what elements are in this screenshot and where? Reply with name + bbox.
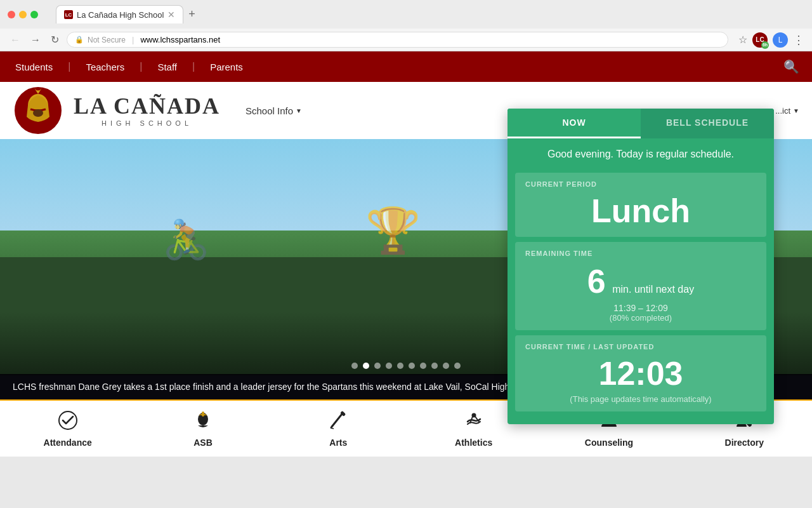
separator: | bbox=[132, 35, 134, 44]
nav-students[interactable]: Students bbox=[13, 54, 55, 80]
close-button[interactable] bbox=[8, 11, 15, 18]
counseling-label: Counseling bbox=[585, 438, 633, 448]
back-button[interactable]: ← bbox=[8, 32, 23, 48]
browser-titlebar: LC La Cañada High School ✕ + bbox=[0, 0, 812, 29]
directory-label: Directory bbox=[725, 438, 764, 448]
athletics-icon bbox=[464, 410, 484, 435]
browser-tab[interactable]: LC La Cañada High School ✕ bbox=[56, 5, 183, 23]
tab-bell-schedule[interactable]: BELL SCHEDULE bbox=[641, 109, 774, 138]
new-tab-button[interactable]: + bbox=[183, 5, 200, 23]
athletics-label: Athletics bbox=[455, 438, 492, 448]
address-bar: ← → ↻ 🔒 Not Secure | www.lchsspartans.ne… bbox=[0, 29, 812, 51]
remaining-text: min. until next day bbox=[612, 284, 694, 295]
svg-line-6 bbox=[332, 414, 342, 427]
user-account-icon[interactable]: L bbox=[773, 32, 788, 48]
bell-tabs: NOW BELL SCHEDULE bbox=[508, 109, 774, 138]
svg-point-2 bbox=[33, 109, 43, 117]
hero-winner: 🏆 bbox=[365, 204, 421, 257]
current-time-value: 12:03 bbox=[525, 356, 756, 392]
maximize-button[interactable] bbox=[30, 11, 38, 18]
nav-attendance[interactable]: Attendance bbox=[0, 401, 135, 457]
extension-icon[interactable]: LC 6h bbox=[752, 32, 768, 48]
header-nav: School Info ▼ bbox=[246, 105, 302, 116]
bell-greeting: Good evening. Today is regular schedule. bbox=[508, 138, 774, 170]
browser-menu-button[interactable]: ⋮ bbox=[793, 33, 804, 47]
url-text: www.lchsspartans.net bbox=[140, 35, 220, 44]
address-input[interactable]: 🔒 Not Secure | www.lchsspartans.net bbox=[67, 32, 728, 48]
logo-area: LA CAÑADA HIGH SCHOOL bbox=[13, 85, 220, 136]
current-time-label: CURRENT TIME / LAST UPDATED bbox=[525, 343, 756, 351]
remaining-label: REMAINING TIME bbox=[525, 250, 756, 257]
asb-icon bbox=[193, 410, 213, 435]
auto-update-label: (This page updates time automatically) bbox=[525, 394, 756, 404]
bell-schedule-modal[interactable]: NOW BELL SCHEDULE Good evening. Today is… bbox=[508, 109, 774, 424]
district-dropdown-icon: ▼ bbox=[793, 107, 799, 114]
school-name: LA CAÑADA HIGH SCHOOL bbox=[74, 94, 220, 127]
bookmark-icon[interactable]: ☆ bbox=[738, 34, 747, 46]
time-range: 11:39 – 12:09 bbox=[525, 303, 756, 313]
minimize-button[interactable] bbox=[19, 11, 27, 18]
nav-asb[interactable]: ASB bbox=[135, 401, 270, 457]
asb-label: ASB bbox=[193, 438, 213, 448]
arts-label: Arts bbox=[329, 438, 347, 448]
progress-label: (80% completed) bbox=[525, 313, 756, 323]
school-name-main: LA CAÑADA bbox=[74, 94, 220, 119]
header-nav-right: ...ict ▼ bbox=[775, 106, 799, 116]
nav-arts[interactable]: Arts bbox=[271, 401, 406, 457]
dot-9[interactable] bbox=[443, 363, 449, 369]
nav-teachers[interactable]: Teachers bbox=[83, 54, 127, 80]
dot-4[interactable] bbox=[386, 363, 392, 369]
nav-school-info[interactable]: School Info ▼ bbox=[246, 105, 302, 116]
ext-badge: 6h bbox=[761, 41, 769, 49]
attendance-icon bbox=[58, 410, 78, 435]
search-icon[interactable]: 🔍 bbox=[783, 59, 799, 74]
hero-scene: 🚴 bbox=[162, 217, 210, 262]
remaining-value: 6 min. until next day bbox=[525, 262, 756, 300]
current-period-section: CURRENT PERIOD Lunch bbox=[515, 173, 766, 237]
top-navigation: Students | Teachers | Staff | Parents 🔍 bbox=[0, 51, 812, 82]
forward-button[interactable]: → bbox=[28, 32, 43, 48]
arts-icon bbox=[328, 410, 348, 435]
remaining-minutes: 6 bbox=[587, 263, 606, 300]
dot-5[interactable] bbox=[397, 363, 403, 369]
nav-sep-1: | bbox=[68, 61, 70, 72]
tab-now[interactable]: NOW bbox=[508, 109, 641, 138]
slide-dots bbox=[351, 363, 461, 369]
school-logo[interactable] bbox=[13, 85, 63, 136]
dot-8[interactable] bbox=[431, 363, 438, 369]
not-secure-label: Not Secure bbox=[88, 36, 126, 44]
nav-staff[interactable]: Staff bbox=[155, 54, 180, 80]
svg-line-9 bbox=[331, 428, 334, 429]
dot-10[interactable] bbox=[454, 363, 461, 369]
attendance-label: Attendance bbox=[44, 438, 92, 448]
reload-button[interactable]: ↻ bbox=[48, 31, 62, 48]
nav-sep-2: | bbox=[140, 61, 142, 72]
dot-7[interactable] bbox=[420, 363, 426, 369]
lock-icon: 🔒 bbox=[75, 36, 84, 44]
svg-rect-5 bbox=[202, 411, 204, 417]
nav-parents[interactable]: Parents bbox=[207, 54, 246, 80]
current-time-section: CURRENT TIME / LAST UPDATED 12:03 (This … bbox=[515, 335, 766, 411]
tab-title: La Cañada High School bbox=[77, 10, 164, 20]
tab-favicon: LC bbox=[64, 10, 73, 19]
tab-close-icon[interactable]: ✕ bbox=[167, 10, 175, 20]
nav-district[interactable]: ...ict ▼ bbox=[775, 106, 799, 116]
top-nav-right: 🔍 bbox=[783, 59, 799, 74]
svg-point-3 bbox=[59, 411, 77, 429]
nav-sep-3: | bbox=[192, 61, 195, 72]
remaining-time-section: REMAINING TIME 6 min. until next day 11:… bbox=[515, 242, 766, 330]
current-period-label: CURRENT PERIOD bbox=[525, 180, 756, 188]
school-name-sub: HIGH SCHOOL bbox=[74, 119, 220, 127]
dot-1[interactable] bbox=[351, 363, 358, 369]
browser-actions: ☆ LC 6h L ⋮ bbox=[738, 32, 804, 48]
page-content: Students | Teachers | Staff | Parents 🔍 bbox=[0, 51, 812, 457]
dot-2[interactable] bbox=[363, 363, 369, 369]
dot-3[interactable] bbox=[374, 363, 381, 369]
dropdown-arrow-icon: ▼ bbox=[296, 107, 302, 114]
traffic-lights bbox=[8, 11, 38, 18]
current-period-value: Lunch bbox=[525, 193, 756, 229]
bell-modal-body: CURRENT PERIOD Lunch REMAINING TIME 6 mi… bbox=[508, 173, 774, 424]
dot-6[interactable] bbox=[409, 363, 415, 369]
browser-chrome: LC La Cañada High School ✕ + ← → ↻ 🔒 Not… bbox=[0, 0, 812, 51]
